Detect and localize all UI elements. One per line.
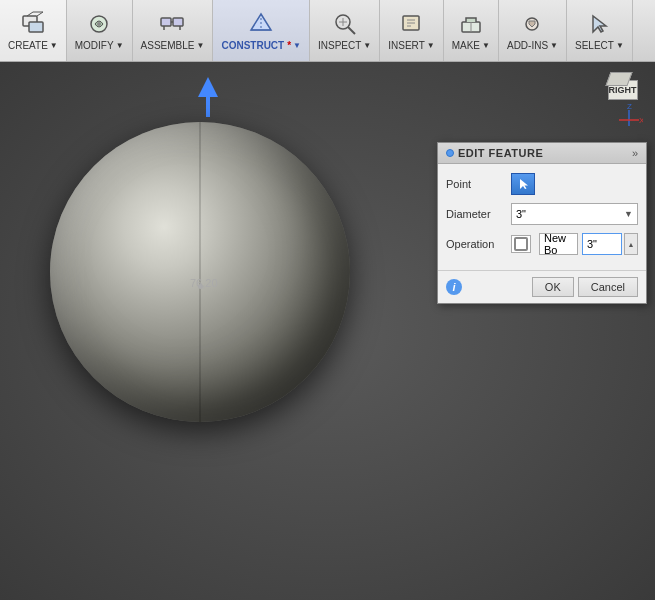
construct-arrow: ▼ [293, 41, 301, 50]
arrow-head [198, 77, 218, 97]
inspect-arrow: ▼ [363, 41, 371, 50]
cancel-button[interactable]: Cancel [578, 277, 638, 297]
toolbar-group-assemble[interactable]: ASSEMBLE ▼ [133, 0, 214, 61]
toolbar-group-make[interactable]: MAKE ▼ [444, 0, 499, 61]
operation-value: New Bo [544, 232, 573, 256]
panel-expand-button[interactable]: » [632, 147, 638, 159]
point-row: Point [446, 172, 638, 196]
toolbar-group-insert[interactable]: INSERT ▼ [380, 0, 443, 61]
sphere-coordinates: 76,20 [190, 277, 218, 289]
addins-arrow: ▼ [550, 41, 558, 50]
toolbar-group-construct[interactable]: CONSTRUCT * ▼ [213, 0, 310, 61]
panel-title: EDIT FEATURE [458, 147, 543, 159]
point-label: Point [446, 178, 511, 190]
direction-arrow [198, 77, 218, 117]
svg-rect-8 [173, 18, 183, 26]
panel-body: Point Diameter 3" ▼ [438, 164, 646, 270]
svg-text:X: X [639, 116, 643, 125]
modify-label: MODIFY ▼ [75, 40, 124, 51]
operation-label: Operation [446, 238, 511, 250]
assemble-arrow: ▼ [196, 41, 204, 50]
insert-icon [397, 10, 425, 38]
svg-point-6 [97, 22, 101, 26]
diameter-arrow: ▼ [624, 209, 633, 219]
inspect-label: INSPECT ▼ [318, 40, 371, 51]
edit-feature-panel: EDIT FEATURE » Point Diameter [437, 142, 647, 304]
addins-label: ADD-INS ▼ [507, 40, 558, 51]
info-button[interactable]: i [446, 279, 462, 295]
construct-label: CONSTRUCT * ▼ [221, 40, 301, 51]
svg-text:Z: Z [627, 102, 632, 111]
diameter-select[interactable]: 3" ▼ [511, 203, 638, 225]
toolbar: CREATE ▼ MODIFY ▼ [0, 0, 655, 62]
toolbar-group-modify[interactable]: MODIFY ▼ [67, 0, 133, 61]
select-arrow: ▼ [616, 41, 624, 50]
svg-line-3 [37, 12, 43, 16]
point-selector-button[interactable] [511, 173, 535, 195]
arrow-shaft [206, 97, 210, 117]
panel-footer: i OK Cancel [438, 270, 646, 303]
assemble-icon [158, 10, 186, 38]
op-shape [514, 237, 528, 251]
create-label: CREATE ▼ [8, 40, 58, 51]
panel-header: EDIT FEATURE » [438, 143, 646, 164]
cube-face-top[interactable] [605, 72, 632, 86]
diameter-content: 3" ▼ [511, 203, 638, 225]
toolbar-group-addins[interactable]: ADD-INS ▼ [499, 0, 567, 61]
insert-label: INSERT ▼ [388, 40, 434, 51]
sphere-center-dot [198, 284, 203, 289]
footer-buttons: OK Cancel [532, 277, 638, 297]
assemble-label: ASSEMBLE ▼ [141, 40, 205, 51]
make-icon [457, 10, 485, 38]
toolbar-group-select[interactable]: SELECT ▼ [567, 0, 633, 61]
addins-icon [518, 10, 546, 38]
dimension-input-group: ▲ [582, 233, 638, 255]
select-icon [585, 10, 613, 38]
operation-icon [511, 235, 531, 253]
modify-arrow: ▼ [116, 41, 124, 50]
point-content [511, 173, 638, 195]
view-cube[interactable]: RIGHT Z X [585, 72, 645, 132]
insert-arrow: ▼ [427, 41, 435, 50]
operation-row: Operation New Bo ▲ [446, 232, 638, 256]
sphere-body [50, 122, 350, 422]
svg-line-15 [348, 27, 355, 34]
diameter-label: Diameter [446, 208, 511, 220]
axis-indicator: Z X [615, 102, 643, 130]
select-label: SELECT ▼ [575, 40, 624, 51]
create-icon [19, 10, 47, 38]
ok-button[interactable]: OK [532, 277, 574, 297]
panel-header-left: EDIT FEATURE [446, 147, 543, 159]
construct-icon [247, 10, 275, 38]
toolbar-group-inspect[interactable]: INSPECT ▼ [310, 0, 380, 61]
toolbar-group-create[interactable]: CREATE ▼ [0, 0, 67, 61]
svg-rect-1 [29, 22, 43, 32]
svg-rect-7 [161, 18, 171, 26]
make-label: MAKE ▼ [452, 40, 490, 51]
make-arrow: ▼ [482, 41, 490, 50]
dimension-up-arrow[interactable]: ▲ [624, 233, 638, 255]
modify-icon [85, 10, 113, 38]
operation-select[interactable]: New Bo [539, 233, 578, 255]
create-arrow: ▼ [50, 41, 58, 50]
panel-status-dot [446, 149, 454, 157]
diameter-row: Diameter 3" ▼ [446, 202, 638, 226]
viewport[interactable]: 76,20 RIGHT Z X EDIT FEATURE » [0, 62, 655, 600]
sphere-container: 76,20 [50, 122, 350, 422]
inspect-icon [331, 10, 359, 38]
diameter-value: 3" [516, 208, 526, 220]
operation-content: New Bo ▲ [511, 233, 638, 255]
dimension-input[interactable] [582, 233, 622, 255]
